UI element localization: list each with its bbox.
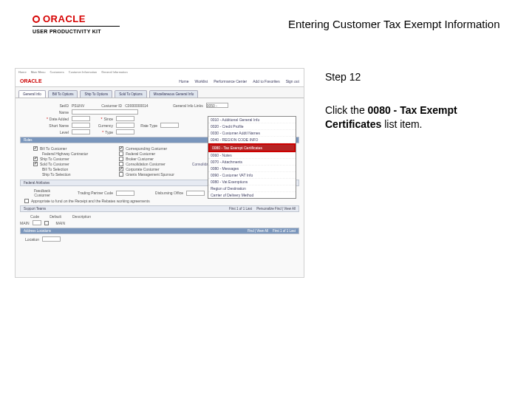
since-label: Since: [103, 117, 113, 121]
tab-sold-to[interactable]: Sold To Options: [115, 90, 147, 98]
instruction-text: Click the 0080 - Tax Exempt Certificates…: [325, 103, 511, 132]
support-teams-header: Support Teams Personalize Find | View Al…: [20, 205, 299, 212]
dropdown-item[interactable]: 0020 - Credit Profile: [208, 123, 296, 130]
since-input[interactable]: [116, 116, 134, 121]
tab-general-info[interactable]: General Info: [18, 90, 46, 98]
top-menu: Home Worklist Performance Center Add to …: [179, 79, 299, 83]
type-select[interactable]: [116, 129, 134, 134]
breadcrumb: Home Main Menu Customers Customer Inform…: [16, 69, 304, 75]
location-label: Location: [20, 237, 42, 242]
dropdown-item[interactable]: 0080 - Messages: [208, 166, 296, 172]
level-select[interactable]: [72, 129, 90, 134]
disbursing-input[interactable]: [186, 191, 205, 196]
dropdown-item[interactable]: 0040 - REGION CODE INFO: [208, 137, 296, 143]
setid-label: SetID: [20, 103, 72, 108]
short-name-input[interactable]: [72, 123, 90, 128]
desc-col: Description: [64, 214, 94, 219]
instructions-panel: Step 12 Click the 0080 - Tax Exempt Cert…: [325, 68, 511, 278]
dropdown-item[interactable]: 0070 - Attachments: [208, 159, 296, 166]
oracle-o-icon: [33, 16, 40, 23]
name-input[interactable]: [72, 109, 138, 115]
dropdown-item[interactable]: 0030 - Customer Addtl Names: [208, 130, 296, 137]
dropdown-item[interactable]: Carrier of Delivery Method: [208, 192, 296, 198]
level-label: Level: [20, 130, 72, 134]
bill-to-checkbox[interactable]: [33, 146, 38, 151]
tab-bill-to[interactable]: Bill To Options: [48, 90, 78, 98]
dropdown-item[interactable]: 0080 - Vat Exemptions: [208, 179, 296, 185]
code-col: Code: [20, 214, 42, 219]
date-added-label: Date Added: [50, 117, 69, 121]
general-info-links-select[interactable]: 0050 -: [206, 103, 228, 108]
setid-value: PSUNV: [72, 103, 84, 108]
brand-name: ORACLE: [43, 13, 86, 24]
rtype-label: Rate Type: [134, 123, 160, 128]
tp-code-label: Trading Partner Code: [53, 191, 116, 195]
address-section-header: Address Locations First 1 of 1 Last Find…: [20, 228, 299, 234]
corresponding-checkbox[interactable]: [119, 146, 123, 151]
dropdown-item[interactable]: 0090 - Customer VAT Info: [208, 172, 296, 179]
grants-checkbox[interactable]: [119, 172, 123, 177]
tab-misc[interactable]: Miscellaneous General Info: [149, 90, 199, 98]
name-label: Name: [20, 110, 72, 115]
dropdown-item-tax-exempt-highlight[interactable]: 0080 - Tax Exempt Certificates: [208, 143, 296, 152]
brand-subtitle: USER PRODUCTIVITY KIT: [33, 29, 129, 34]
dropdown-item[interactable]: 0010 - Additional General Info: [208, 117, 296, 123]
step-label: Step 12: [325, 71, 511, 83]
rate-type-input[interactable]: [160, 123, 179, 128]
short-label: Short Name: [20, 123, 72, 128]
type-label: Type: [105, 130, 113, 134]
location-input[interactable]: [42, 236, 61, 242]
corporate-checkbox[interactable]: [119, 167, 123, 171]
dropdown-item[interactable]: 0060 - Notes: [208, 152, 296, 159]
tab-strip: General Info Bill To Options Ship To Opt…: [16, 87, 304, 98]
app-brand: ORACLE: [20, 78, 42, 83]
app-screenshot: Home Main Menu Customers Customer Inform…: [15, 68, 304, 278]
broker-checkbox[interactable]: [119, 157, 123, 161]
tp-code-input[interactable]: [116, 191, 134, 196]
seq-label: Appropriate to fund on the Receipt and t…: [31, 199, 150, 203]
default-col: Default: [42, 214, 64, 219]
dropdown-group-label: General Info Links: [149, 103, 206, 108]
custid-label: Customer ID: [84, 103, 125, 108]
date-added-input[interactable]: [72, 116, 90, 121]
page-title: Entering Customer Tax Exempt Information: [288, 18, 500, 30]
brand-block: ORACLE USER PRODUCTIVITY KIT: [33, 13, 129, 34]
federal-checkbox[interactable]: [119, 151, 123, 156]
currency-label: Currency: [90, 123, 116, 128]
sold-to-checkbox[interactable]: [33, 162, 38, 166]
currency-input[interactable]: [116, 123, 134, 128]
custid-value: C0000000014: [125, 103, 148, 108]
general-info-dropdown: 0010 - Additional General Info 0020 - Cr…: [208, 116, 296, 199]
dropdown-item[interactable]: Region of Destination: [208, 185, 296, 192]
disbursing-label: Disbursing Office: [134, 191, 186, 195]
tab-ship-to[interactable]: Ship To Options: [80, 90, 112, 98]
